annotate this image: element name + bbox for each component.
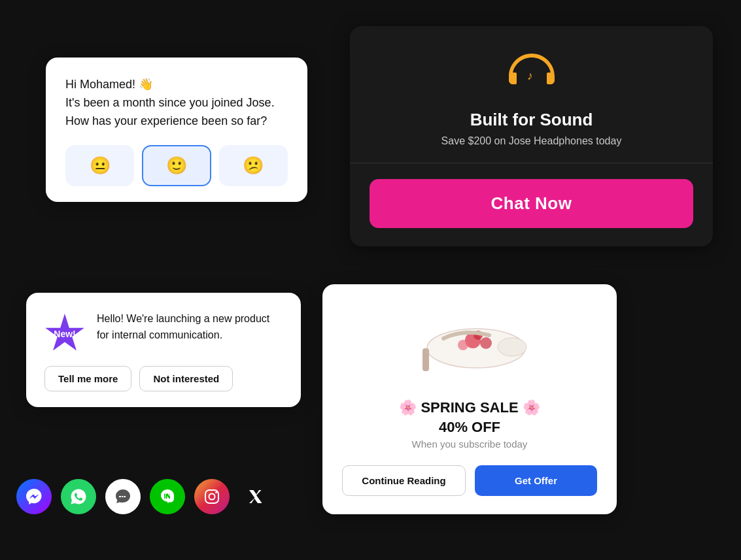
- sound-subtitle: Save $200 on Jose Headphones today: [370, 135, 693, 147]
- svg-rect-2: [422, 348, 429, 371]
- line-icon[interactable]: [150, 479, 185, 514]
- sale-title-2: 40% OFF: [342, 419, 597, 436]
- svg-point-9: [209, 494, 215, 500]
- sale-subtitle: When you subscribe today: [342, 438, 597, 450]
- announce-text: Hello! We're launching a new product for…: [97, 311, 283, 344]
- instagram-icon[interactable]: [194, 479, 230, 514]
- sale-title-1: 🌸 SPRING SALE 🌸: [342, 399, 597, 416]
- shoe-svg: [404, 303, 535, 387]
- announce-content: New! Hello! We're launching a new produc…: [44, 311, 283, 354]
- svg-point-10: [215, 491, 217, 493]
- new-badge: New!: [44, 314, 85, 354]
- emoji-smile[interactable]: 🙂: [142, 145, 211, 186]
- sale-buttons: Continue Reading Get Offer: [342, 465, 597, 496]
- emoji-row: 😐 🙂 😕: [65, 145, 288, 186]
- chat-card: Hi Mohamed! 👋 It's been a month since yo…: [46, 58, 307, 202]
- sale-card: 🌸 SPRING SALE 🌸 40% OFF When you subscri…: [322, 284, 617, 514]
- announce-card: New! Hello! We're launching a new produc…: [26, 293, 301, 407]
- svg-point-6: [458, 340, 468, 350]
- svg-point-5: [480, 337, 492, 349]
- divider: [350, 163, 713, 163]
- chat-now-button[interactable]: Chat Now: [370, 179, 693, 228]
- svg-point-3: [498, 338, 526, 356]
- continue-reading-button[interactable]: Continue Reading: [342, 465, 466, 496]
- announce-buttons: Tell me more Not interested: [44, 366, 283, 391]
- whatsapp-icon[interactable]: [61, 479, 96, 514]
- messenger-icon[interactable]: [16, 479, 52, 514]
- sound-card: ♪ Built for Sound Save $200 on Jose Head…: [350, 26, 713, 246]
- tell-me-more-button[interactable]: Tell me more: [44, 366, 131, 391]
- headphone-icon: ♪: [502, 50, 561, 97]
- chat-message: Hi Mohamed! 👋 It's been a month since yo…: [65, 76, 288, 131]
- not-interested-button[interactable]: Not interested: [139, 366, 233, 391]
- x-twitter-icon[interactable]: [239, 479, 274, 514]
- get-offer-button[interactable]: Get Offer: [475, 465, 597, 496]
- chat-bubble-icon[interactable]: [105, 479, 141, 514]
- sound-icon-wrap: ♪: [370, 50, 693, 99]
- social-bar: [16, 479, 274, 514]
- emoji-sad[interactable]: 😕: [219, 145, 288, 186]
- svg-text:♪: ♪: [527, 69, 533, 82]
- shoe-image: [342, 303, 597, 387]
- emoji-neutral[interactable]: 😐: [65, 145, 134, 186]
- sound-title: Built for Sound: [370, 110, 693, 130]
